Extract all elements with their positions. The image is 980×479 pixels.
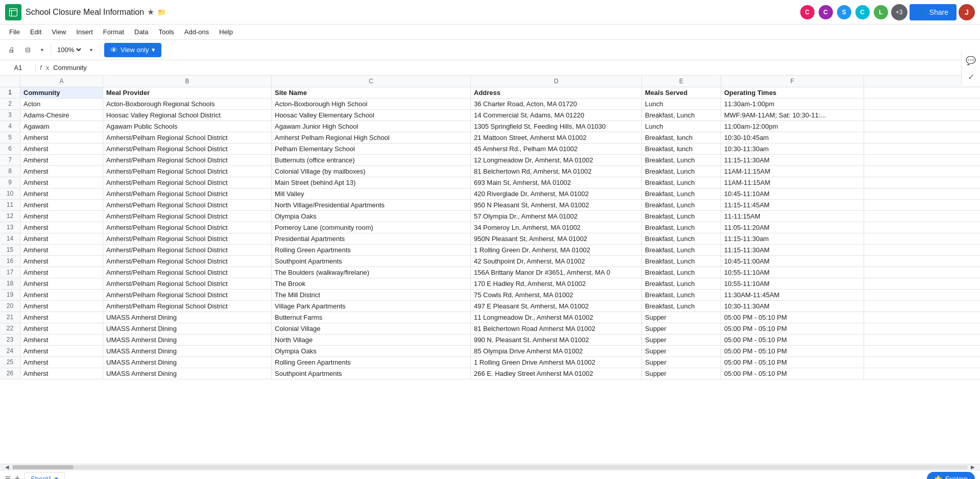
cell-a-17[interactable]: Amherst [20,267,103,278]
cell-c-4[interactable]: Agawam Junior High School [272,121,471,132]
col-header-A[interactable]: A [20,76,103,87]
cell-f-12[interactable]: 11-11:15AM [721,211,864,222]
cell-a-12[interactable]: Amherst [20,211,103,222]
cell-c1[interactable]: Site Name [272,87,471,98]
cell-d-15[interactable]: 1 Rolling Green Dr, Amherst, MA 01002 [471,245,642,255]
cell-b-13[interactable]: Amherst/Pelham Regional School District [103,222,272,233]
cell-f-25[interactable]: 05:00 PM - 05:10 PM [721,357,864,368]
cell-c-14[interactable]: Presidential Apartments [272,233,471,244]
cell-c-26[interactable]: Southpoint Apartments [272,368,471,379]
cell-e-25[interactable]: Supper [642,357,721,368]
menu-tools[interactable]: Tools [154,26,178,38]
cell-d-9[interactable]: 693 Main St, Amherst, MA 01002 [471,177,642,188]
cell-d-4[interactable]: 1305 Springfield St, Feeding Hills, MA 0… [471,121,642,132]
cell-f-22[interactable]: 05:00 PM - 05:10 PM [721,323,864,334]
cell-f-9[interactable]: 11AM-11:15AM [721,177,864,188]
cell-f-8[interactable]: 11AM-11:15AM [721,166,864,177]
cell-c-12[interactable]: Olympia Oaks [272,211,471,222]
cell-f-7[interactable]: 11:15-11:30AM [721,155,864,165]
cell-e-17[interactable]: Breakfast, Lunch [642,267,721,278]
cell-b-3[interactable]: Hoosac Valley Regional School District [103,110,272,121]
cell-b-16[interactable]: Amherst/Pelham Regional School District [103,256,272,267]
cell-a-15[interactable]: Amherst [20,245,103,255]
cell-b-5[interactable]: Amherst/Pelham Regional School District [103,132,272,143]
cell-e-24[interactable]: Supper [642,346,721,356]
cell-d-7[interactable]: 12 Longmeadow Dr, Amherst, MA 01002 [471,155,642,165]
cell-c-18[interactable]: The Brook [272,278,471,289]
cell-e-20[interactable]: Breakfast, Lunch [642,301,721,312]
cell-f-5[interactable]: 10:30-10:45am [721,132,864,143]
cell-b-15[interactable]: Amherst/Pelham Regional School District [103,245,272,255]
cell-a-3[interactable]: Adams-Chesire [20,110,103,121]
cell-c-7[interactable]: Butternuts (office entrance) [272,155,471,165]
cell-b-24[interactable]: UMASS Amherst Dining [103,346,272,356]
cell-d-16[interactable]: 42 Southpoint Dr, Amherst, MA 01002 [471,256,642,267]
cell-c-2[interactable]: Acton-Boxborough High School [272,99,471,109]
menu-view[interactable]: View [47,26,70,38]
cell-f-10[interactable]: 10:45-11:10AM [721,188,864,199]
cell-a-23[interactable]: Amherst [20,334,103,345]
cell-b1[interactable]: Meal Provider [103,87,272,98]
explore-button[interactable]: ⭐ Explore [927,472,975,479]
scroll-thumb[interactable] [12,465,74,469]
cell-b-25[interactable]: UMASS Amherst Dining [103,357,272,368]
cell-f-6[interactable]: 10:30-11:30am [721,143,864,154]
cell-f-20[interactable]: 10:30-11:30AM [721,301,864,312]
cell-d-2[interactable]: 36 Charter Road, Acton, MA 01720 [471,99,642,109]
cell-f-18[interactable]: 10:55-11:10AM [721,278,864,289]
cell-f1[interactable]: Operating Times [721,87,864,98]
cell-e-9[interactable]: Breakfast, Lunch [642,177,721,188]
cell-d-26[interactable]: 266 E. Hadley Street Amherst MA 01002 [471,368,642,379]
cell-f-26[interactable]: 05:00 PM - 05:10 PM [721,368,864,379]
cell-e-6[interactable]: Breakfast, lunch [642,143,721,154]
cell-reference[interactable]: A1 [5,64,36,71]
scroll-right[interactable]: ▶ [968,464,978,470]
cell-d-13[interactable]: 34 Pomeroy Ln, Amherst, MA 01002 [471,222,642,233]
cell-e-15[interactable]: Breakfast, Lunch [642,245,721,255]
cell-c-23[interactable]: North Village [272,334,471,345]
cell-e-12[interactable]: Breakfast, Lunch [642,211,721,222]
cell-e-16[interactable]: Breakfast, Lunch [642,256,721,267]
menu-data[interactable]: Data [130,26,152,38]
cell-f-23[interactable]: 05:00 PM - 05:10 PM [721,334,864,345]
cell-d1[interactable]: Address [471,87,642,98]
sheet-tab[interactable]: Sheet1 ▾ [24,472,65,480]
menu-addons[interactable]: Add-ons [180,26,213,38]
col-header-D[interactable]: D [471,76,642,87]
cell-b-6[interactable]: Amherst/Pelham Regional School District [103,143,272,154]
doc-title[interactable]: School Closure Meal Information [26,8,144,17]
user-avatar[interactable]: J [959,4,975,20]
cell-a-22[interactable]: Amherst [20,323,103,334]
cell-a-21[interactable]: Amherst [20,312,103,323]
print-button[interactable]: 🖨 [5,44,18,56]
cell-e-7[interactable]: Breakfast, Lunch [642,155,721,165]
star-icon[interactable]: ★ [147,7,154,17]
cell-f-4[interactable]: 11:00am-12:00pm [721,121,864,132]
cell-b-9[interactable]: Amherst/Pelham Regional School District [103,177,272,188]
cell-f-11[interactable]: 11:15-11:45AM [721,200,864,210]
cell-f-14[interactable]: 11:15-11:30am [721,233,864,244]
cell-a-2[interactable]: Acton [20,99,103,109]
cell-f-17[interactable]: 10:55-11:10AM [721,267,864,278]
cell-b-10[interactable]: Amherst/Pelham Regional School District [103,188,272,199]
cell-c-15[interactable]: Rolling Green Apartments [272,245,471,255]
menu-edit[interactable]: Edit [26,26,45,38]
cell-c-17[interactable]: The Boulders (walkway/firelane) [272,267,471,278]
cell-e-23[interactable]: Supper [642,334,721,345]
filter-arrow[interactable]: ▾ [38,45,46,55]
cell-c-9[interactable]: Main Street (behind Apt 13) [272,177,471,188]
menu-insert[interactable]: Insert [72,26,97,38]
cell-e-2[interactable]: Lunch [642,99,721,109]
cell-d-18[interactable]: 170 E Hadley Rd, Amherst, MA 01002 [471,278,642,289]
cell-e-11[interactable]: Breakfast, Lunch [642,200,721,210]
cell-c-3[interactable]: Hoosac Valley Elementary School [272,110,471,121]
scroll-left[interactable]: ◀ [2,464,12,470]
cell-e-14[interactable]: Breakfast, Lunch [642,233,721,244]
cell-e-22[interactable]: Supper [642,323,721,334]
cell-d-24[interactable]: 85 Olympia Drive Amherst MA 01002 [471,346,642,356]
cell-d-17[interactable]: 156A Brittany Manor Dr #3651, Amherst, M… [471,267,642,278]
cell-c-25[interactable]: Rolling Green Apartments [272,357,471,368]
cell-d-25[interactable]: 1 Rolling Green Drive Amherst MA 01002 [471,357,642,368]
cell-b-12[interactable]: Amherst/Pelham Regional School District [103,211,272,222]
cell-b-20[interactable]: Amherst/Pelham Regional School District [103,301,272,312]
